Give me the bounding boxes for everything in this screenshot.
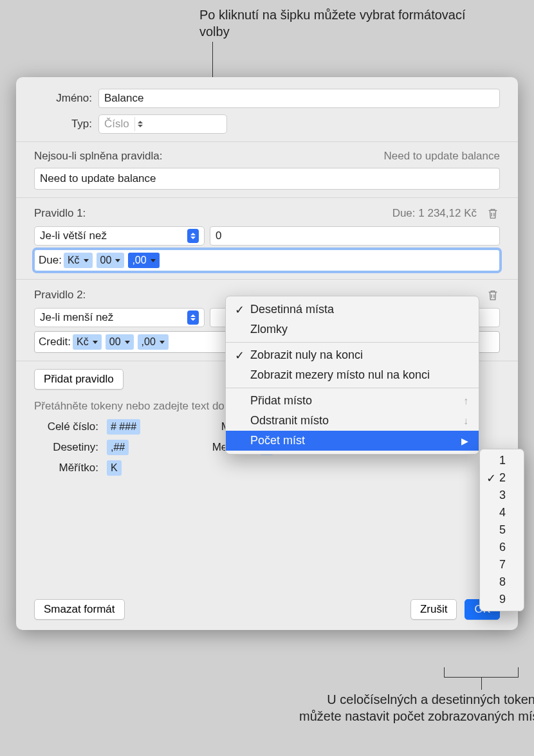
rule2-operator-dropdown[interactable]: Je-li menší než	[34, 308, 205, 327]
token-decimal[interactable]: ,00	[138, 334, 169, 350]
token-int-label: Celé číslo:	[34, 420, 98, 433]
submenu-item-1[interactable]: 1	[480, 452, 524, 469]
rule1-operator-dropdown[interactable]: Je-li větší než	[34, 226, 205, 246]
token-integer[interactable]: 00	[106, 334, 134, 350]
menu-item-remove-place[interactable]: Odstranit místo ↓	[226, 411, 479, 431]
name-label: Jméno:	[34, 92, 92, 105]
num-places-submenu: 1 2 3 4 5 6 7 8 9	[479, 449, 524, 611]
token-dec-label: Desetiny:	[34, 441, 98, 454]
rule2-operator-value: Je-li menší než	[40, 311, 113, 324]
callout-bracket	[444, 667, 519, 678]
add-rule-button[interactable]: Přidat pravidlo	[34, 369, 124, 390]
stepper-arrows-icon	[187, 310, 199, 325]
submenu-item-5[interactable]: 5	[480, 521, 524, 539]
token-sample-dec[interactable]: ,##	[107, 440, 129, 455]
menu-item-add-place[interactable]: Přidat místo ↑	[226, 391, 479, 411]
arrow-down-icon: ↓	[463, 415, 468, 427]
menu-item-label: Odstranit místo	[250, 414, 329, 428]
separator	[16, 197, 518, 198]
submenu-item-3[interactable]: 3	[480, 487, 524, 504]
trash-icon[interactable]	[486, 287, 500, 303]
rule1-format-field[interactable]: Due: Kč 00 ,00	[34, 249, 500, 271]
name-field[interactable]: Balance	[98, 89, 500, 108]
no-rules-preview: Need to update balance	[383, 150, 500, 163]
chevron-right-icon: ▶	[461, 436, 468, 446]
annotation-bottom: U celočíselných a desetinných tokenů můž…	[298, 691, 534, 724]
chevron-down-icon	[82, 255, 89, 266]
type-dropdown[interactable]: Číslo	[98, 114, 227, 134]
token-currency[interactable]: Kč	[64, 253, 93, 268]
menu-item-fractions[interactable]: Zlomky	[226, 320, 479, 339]
submenu-item-2[interactable]: 2	[480, 469, 524, 487]
rule2-prefix-text: Credit:	[39, 336, 71, 348]
arrow-up-icon: ↑	[463, 395, 468, 407]
menu-item-decimals[interactable]: Desetinná místa	[226, 300, 479, 320]
stepper-arrows-icon	[187, 229, 199, 243]
trash-icon[interactable]	[486, 206, 500, 221]
submenu-item-6[interactable]: 6	[480, 539, 524, 556]
type-dropdown-value: Číslo	[104, 118, 129, 130]
format-options-menu: Desetinná místa Zlomky Zobrazit nuly na …	[225, 296, 479, 455]
chevron-down-icon	[114, 255, 120, 266]
token-currency[interactable]: Kč	[73, 334, 102, 350]
delete-format-button[interactable]: Smazat formát	[34, 599, 125, 620]
chevron-down-icon	[158, 336, 165, 348]
menu-separator	[226, 342, 479, 343]
no-rules-value-field[interactable]: Need to update balance	[34, 168, 500, 190]
token-scale-label: Měřítko:	[34, 462, 98, 474]
token-decimal[interactable]: ,00	[128, 253, 159, 268]
menu-separator	[226, 388, 479, 388]
rule1-prefix-text: Due:	[39, 254, 62, 267]
type-label: Typ:	[34, 118, 92, 130]
separator	[16, 279, 518, 280]
menu-item-label: Přidat místo	[250, 394, 312, 408]
menu-item-label: Počet míst	[250, 434, 305, 447]
stepper-arrows-icon	[134, 117, 146, 131]
rule1-operator-value: Je-li větší než	[40, 230, 107, 242]
menu-item-trailing-zeros[interactable]: Zobrazit nuly na konci	[226, 345, 479, 365]
menu-item-num-places[interactable]: Počet míst ▶	[226, 431, 479, 451]
cancel-button[interactable]: Zrušit	[410, 599, 457, 620]
menu-item-spaces-instead[interactable]: Zobrazit mezery místo nul na konci	[226, 365, 479, 385]
submenu-item-7[interactable]: 7	[480, 556, 524, 573]
rule1-compare-field[interactable]: 0	[210, 226, 500, 246]
no-rules-label: Nejsou-li splněna pravidla:	[34, 150, 162, 163]
chevron-down-icon	[149, 255, 156, 266]
callout-bracket-stem	[481, 677, 482, 690]
chevron-down-icon	[124, 336, 130, 348]
annotation-top: Po kliknutí na šipku můžete vybrat formá…	[199, 6, 489, 40]
submenu-item-9[interactable]: 9	[480, 591, 524, 608]
token-integer[interactable]: 00	[97, 253, 125, 268]
token-sample-scale[interactable]: K	[107, 460, 122, 476]
rule2-label: Pravidlo 2:	[34, 289, 86, 302]
rule1-label: Pravidlo 1:	[34, 207, 86, 220]
chevron-down-icon	[91, 336, 98, 348]
separator	[16, 141, 518, 142]
rule1-preview: Due: 1 234,12 Kč	[392, 207, 477, 220]
submenu-item-8[interactable]: 8	[480, 573, 524, 591]
token-sample-int[interactable]: # ###	[107, 419, 140, 435]
submenu-item-4[interactable]: 4	[480, 504, 524, 521]
